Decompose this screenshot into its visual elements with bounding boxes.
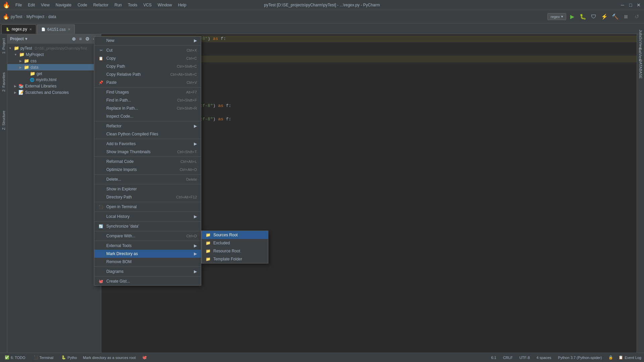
ctx-delete-shortcut: Delete	[186, 177, 197, 181]
ctx-sep-1	[94, 45, 201, 46]
ctx-sep-4	[94, 139, 201, 139]
ctx-inspect-code[interactable]: Inspect Code...	[94, 112, 201, 120]
submenu-resource-root[interactable]: 📁 Resource Root	[202, 247, 268, 255]
ctx-sep-14	[94, 276, 201, 277]
ctx-sep-8	[94, 202, 201, 202]
ctx-remove-bom-label: Remove BOM	[106, 259, 131, 264]
ctx-sep-6	[94, 174, 201, 175]
ctx-synchronize[interactable]: 🔄 Synchronize 'data'	[94, 222, 201, 230]
history-arrow: ▶	[194, 214, 197, 219]
template-folder-icon: 📁	[206, 257, 211, 261]
ctx-gist-label: Create Gist...	[106, 279, 130, 284]
cut-icon: ✂	[98, 48, 104, 53]
ctx-new-label: New	[106, 38, 114, 43]
ctx-thumbnails-shortcut: Ctrl+Shift+T	[177, 150, 197, 154]
sources-folder-icon: 📁	[206, 233, 211, 237]
ctx-cut[interactable]: ✂ Cut Ctrl+X	[94, 46, 201, 54]
resource-root-label: Resource Root	[213, 249, 240, 253]
ctx-copy-rel-shortcut: Ctrl+Alt+Shift+C	[170, 72, 197, 76]
ctx-copy-path-shortcut: Ctrl+Shift+C	[177, 64, 197, 68]
submenu-template-folder[interactable]: 📁 Template Folder	[202, 255, 268, 263]
ctx-diagrams[interactable]: Diagrams ▶	[94, 267, 201, 276]
ctx-find-in-path-label: Find in Path...	[106, 98, 131, 103]
ctx-open-terminal[interactable]: ⬛ Open in Terminal	[94, 203, 201, 211]
ctx-terminal-label: Open in Terminal	[106, 204, 137, 209]
ctx-replace-in-path[interactable]: Replace in Path... Ctrl+Shift+R	[94, 104, 201, 112]
ctx-show-explorer-label: Show in Explorer	[106, 187, 137, 191]
fav-arrow: ▶	[194, 141, 197, 146]
submenu-excluded[interactable]: 📁 Excluded	[202, 239, 268, 247]
ctx-copy-relative-path[interactable]: Copy Relative Path Ctrl+Alt+Shift+C	[94, 70, 201, 78]
resource-folder-icon: 📁	[206, 249, 211, 253]
refactor-arrow: ▶	[194, 124, 197, 128]
ctx-sep-13	[94, 266, 201, 267]
ctx-new[interactable]: New ▶	[94, 37, 201, 45]
ctx-dir-path-shortcut: Ctrl+Alt+F12	[176, 195, 197, 199]
ctx-dir-path-label: Directory Path	[106, 195, 132, 199]
ctx-clean-python[interactable]: Clean Python Compiled Files	[94, 130, 201, 138]
ctx-inspect-label: Inspect Code...	[106, 114, 133, 119]
terminal-icon-ctx: ⬛	[98, 205, 104, 209]
ctx-copy[interactable]: 📋 Copy Ctrl+C	[94, 54, 201, 62]
ctx-add-favorites[interactable]: Add to Favorites ▶	[94, 140, 201, 148]
ctx-find-usages[interactable]: Find Usages Alt+F7	[94, 88, 201, 96]
ctx-history-label: Local History	[106, 214, 129, 219]
ctx-sep-3	[94, 121, 201, 121]
ctx-copy-label: Copy	[106, 56, 116, 61]
ctx-sep-5	[94, 157, 201, 157]
template-folder-label: Template Folder	[213, 257, 242, 261]
diagrams-arrow: ▶	[194, 269, 197, 274]
ctx-mark-dir-label: Mark Directory as	[106, 251, 138, 256]
ctx-local-history[interactable]: Local History ▶	[94, 213, 201, 221]
ctx-find-in-path[interactable]: Find in Path... Ctrl+Shift+F	[94, 96, 201, 104]
ctx-copy-shortcut: Ctrl+C	[186, 56, 197, 60]
ctx-compare-with[interactable]: Compare With... Ctrl+D	[94, 232, 201, 240]
ctx-dir-path[interactable]: Directory Path Ctrl+Alt+F12	[94, 193, 201, 201]
copy-icon: 📋	[98, 56, 104, 61]
ctx-thumbnails-label: Show Image Thumbnails	[106, 149, 151, 154]
submenu-sources-root[interactable]: 📁 Sources Root	[202, 231, 268, 239]
ctx-optimize-imports[interactable]: Optimize Imports Ctrl+Alt+O	[94, 166, 201, 174]
ctx-create-gist[interactable]: 🐙 Create Gist...	[94, 277, 201, 285]
ctx-sep-12	[94, 241, 201, 241]
context-menu-overlay[interactable]: New ▶ ✂ Cut Ctrl+X 📋 Copy Ctrl+C Copy Pa…	[0, 0, 644, 362]
ctx-replace-label: Replace in Path...	[106, 106, 138, 111]
ctx-cut-label: Cut	[106, 48, 113, 53]
submenu-mark-directory: 📁 Sources Root 📁 Excluded 📁 Resource Roo…	[201, 231, 268, 263]
gist-icon: 🐙	[98, 279, 104, 284]
ctx-delete-label: Delete...	[106, 177, 121, 182]
ctx-reformat[interactable]: Reformat Code Ctrl+Alt+L	[94, 158, 201, 166]
ctx-ext-tools-label: External Tools	[106, 243, 131, 248]
ctx-paste[interactable]: 📌 Paste Ctrl+V	[94, 78, 201, 86]
ctx-paste-label: Paste	[106, 80, 117, 85]
ctx-reformat-label: Reformat Code	[106, 159, 133, 164]
ctx-paste-shortcut: Ctrl+V	[186, 80, 197, 84]
ctx-sync-label: Synchronize 'data'	[106, 224, 139, 229]
ctx-refactor[interactable]: Refactor ▶	[94, 122, 201, 130]
ctx-sep-9	[94, 212, 201, 212]
ctx-sep-2	[94, 87, 201, 87]
ctx-show-explorer[interactable]: Show in Explorer	[94, 185, 201, 193]
ctx-show-thumbnails[interactable]: Show Image Thumbnails Ctrl+Shift+T	[94, 148, 201, 156]
sources-root-label: Sources Root	[213, 233, 238, 237]
ctx-mark-directory[interactable]: Mark Directory as ▶	[94, 250, 201, 258]
ctx-external-tools[interactable]: External Tools ▶	[94, 242, 201, 250]
ctx-find-usages-label: Find Usages	[106, 90, 129, 95]
ctx-reformat-shortcut: Ctrl+Alt+L	[180, 160, 197, 164]
ctx-sep-11	[94, 231, 201, 231]
ctx-delete[interactable]: Delete... Delete	[94, 175, 201, 183]
ctx-compare-shortcut: Ctrl+D	[186, 234, 197, 238]
ext-tools-arrow: ▶	[194, 243, 197, 248]
ctx-find-usages-shortcut: Alt+F7	[186, 90, 197, 94]
excluded-folder-icon: 📁	[206, 241, 211, 245]
ctx-copy-rel-label: Copy Relative Path	[106, 72, 141, 77]
ctx-replace-shortcut: Ctrl+Shift+R	[177, 106, 197, 110]
ctx-sep-10	[94, 221, 201, 222]
ctx-add-fav-label: Add to Favorites	[106, 141, 136, 146]
excluded-label: Excluded	[213, 241, 230, 245]
ctx-remove-bom[interactable]: Remove BOM	[94, 258, 201, 266]
new-arrow: ▶	[194, 38, 197, 43]
ctx-copy-path[interactable]: Copy Path Ctrl+Shift+C	[94, 62, 201, 70]
ctx-compare-label: Compare With...	[106, 234, 136, 238]
ctx-optimize-label: Optimize Imports	[106, 167, 137, 172]
